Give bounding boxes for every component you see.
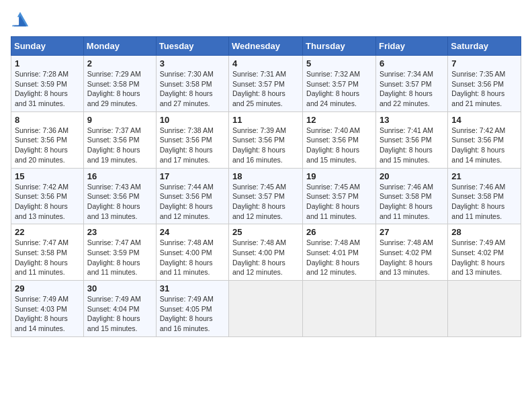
weekday-header-sunday: Sunday bbox=[11, 37, 84, 56]
calendar-cell: 5Sunrise: 7:32 AM Sunset: 3:57 PM Daylig… bbox=[303, 56, 376, 112]
calendar-cell: 9Sunrise: 7:37 AM Sunset: 3:56 PM Daylig… bbox=[83, 111, 156, 168]
weekday-header-wednesday: Wednesday bbox=[229, 37, 303, 56]
day-info: Sunrise: 7:44 AM Sunset: 3:56 PM Dayligh… bbox=[160, 182, 225, 222]
calendar-cell: 17Sunrise: 7:44 AM Sunset: 3:56 PM Dayli… bbox=[156, 168, 228, 224]
calendar-cell: 2Sunrise: 7:29 AM Sunset: 3:58 PM Daylig… bbox=[83, 56, 156, 112]
calendar-cell: 27Sunrise: 7:48 AM Sunset: 4:02 PM Dayli… bbox=[375, 224, 447, 281]
calendar-cell: 14Sunrise: 7:42 AM Sunset: 3:56 PM Dayli… bbox=[448, 111, 521, 168]
day-number: 13 bbox=[380, 115, 444, 125]
day-info: Sunrise: 7:43 AM Sunset: 3:56 PM Dayligh… bbox=[87, 182, 152, 222]
day-number: 8 bbox=[15, 115, 80, 125]
day-info: Sunrise: 7:46 AM Sunset: 3:58 PM Dayligh… bbox=[451, 182, 517, 222]
day-info: Sunrise: 7:49 AM Sunset: 4:04 PM Dayligh… bbox=[87, 294, 152, 334]
day-info: Sunrise: 7:30 AM Sunset: 3:58 PM Dayligh… bbox=[160, 69, 225, 109]
logo bbox=[11, 11, 32, 30]
calendar-cell: 21Sunrise: 7:46 AM Sunset: 3:58 PM Dayli… bbox=[448, 168, 521, 224]
calendar-cell: 30Sunrise: 7:49 AM Sunset: 4:04 PM Dayli… bbox=[83, 281, 156, 337]
day-number: 23 bbox=[87, 227, 152, 237]
day-number: 12 bbox=[306, 115, 372, 125]
calendar-cell: 3Sunrise: 7:30 AM Sunset: 3:58 PM Daylig… bbox=[156, 56, 228, 112]
day-info: Sunrise: 7:42 AM Sunset: 3:56 PM Dayligh… bbox=[15, 182, 80, 222]
weekday-header-friday: Friday bbox=[375, 37, 447, 56]
day-number: 31 bbox=[160, 283, 225, 293]
day-number: 24 bbox=[160, 227, 225, 237]
day-info: Sunrise: 7:37 AM Sunset: 3:56 PM Dayligh… bbox=[87, 126, 152, 165]
day-number: 4 bbox=[232, 58, 299, 68]
day-info: Sunrise: 7:38 AM Sunset: 3:56 PM Dayligh… bbox=[160, 126, 225, 165]
day-info: Sunrise: 7:45 AM Sunset: 3:57 PM Dayligh… bbox=[306, 182, 372, 222]
calendar-cell: 1Sunrise: 7:28 AM Sunset: 3:59 PM Daylig… bbox=[11, 56, 84, 112]
day-info: Sunrise: 7:48 AM Sunset: 4:00 PM Dayligh… bbox=[160, 238, 225, 277]
day-number: 18 bbox=[232, 171, 299, 181]
day-number: 10 bbox=[160, 115, 225, 125]
calendar-cell: 7Sunrise: 7:35 AM Sunset: 3:56 PM Daylig… bbox=[448, 56, 521, 112]
day-number: 28 bbox=[451, 227, 517, 237]
day-number: 21 bbox=[451, 171, 517, 181]
day-info: Sunrise: 7:48 AM Sunset: 4:01 PM Dayligh… bbox=[306, 238, 372, 277]
weekday-header-thursday: Thursday bbox=[303, 37, 376, 56]
day-number: 19 bbox=[306, 171, 372, 181]
calendar-cell: 11Sunrise: 7:39 AM Sunset: 3:56 PM Dayli… bbox=[229, 111, 303, 168]
calendar-cell: 28Sunrise: 7:49 AM Sunset: 4:02 PM Dayli… bbox=[448, 224, 521, 281]
day-number: 1 bbox=[15, 58, 80, 68]
day-info: Sunrise: 7:41 AM Sunset: 3:56 PM Dayligh… bbox=[380, 126, 444, 165]
day-number: 25 bbox=[232, 227, 299, 237]
calendar-cell: 23Sunrise: 7:47 AM Sunset: 3:59 PM Dayli… bbox=[83, 224, 156, 281]
day-info: Sunrise: 7:42 AM Sunset: 3:56 PM Dayligh… bbox=[451, 126, 517, 165]
day-number: 16 bbox=[87, 171, 152, 181]
calendar-cell: 4Sunrise: 7:31 AM Sunset: 3:57 PM Daylig… bbox=[229, 56, 303, 112]
day-number: 17 bbox=[160, 171, 225, 181]
day-number: 2 bbox=[87, 58, 152, 68]
day-number: 22 bbox=[15, 227, 80, 237]
weekday-header-saturday: Saturday bbox=[448, 37, 521, 56]
day-info: Sunrise: 7:29 AM Sunset: 3:58 PM Dayligh… bbox=[87, 69, 152, 109]
calendar-cell: 6Sunrise: 7:34 AM Sunset: 3:57 PM Daylig… bbox=[375, 56, 447, 112]
calendar-cell: 19Sunrise: 7:45 AM Sunset: 3:57 PM Dayli… bbox=[303, 168, 376, 224]
calendar-cell: 25Sunrise: 7:48 AM Sunset: 4:00 PM Dayli… bbox=[229, 224, 303, 281]
day-number: 15 bbox=[15, 171, 80, 181]
calendar-cell: 22Sunrise: 7:47 AM Sunset: 3:58 PM Dayli… bbox=[11, 224, 84, 281]
day-number: 5 bbox=[306, 58, 372, 68]
day-info: Sunrise: 7:45 AM Sunset: 3:57 PM Dayligh… bbox=[232, 182, 299, 222]
calendar-cell: 10Sunrise: 7:38 AM Sunset: 3:56 PM Dayli… bbox=[156, 111, 228, 168]
day-number: 20 bbox=[380, 171, 444, 181]
weekday-header-tuesday: Tuesday bbox=[156, 37, 228, 56]
calendar-cell: 20Sunrise: 7:46 AM Sunset: 3:58 PM Dayli… bbox=[375, 168, 447, 224]
calendar-cell bbox=[448, 281, 521, 337]
calendar-cell: 16Sunrise: 7:43 AM Sunset: 3:56 PM Dayli… bbox=[83, 168, 156, 224]
calendar-cell: 15Sunrise: 7:42 AM Sunset: 3:56 PM Dayli… bbox=[11, 168, 84, 224]
day-number: 9 bbox=[87, 115, 152, 125]
day-info: Sunrise: 7:49 AM Sunset: 4:02 PM Dayligh… bbox=[451, 238, 517, 277]
calendar-cell bbox=[303, 281, 376, 337]
day-info: Sunrise: 7:32 AM Sunset: 3:57 PM Dayligh… bbox=[306, 69, 372, 109]
day-info: Sunrise: 7:47 AM Sunset: 3:58 PM Dayligh… bbox=[15, 238, 80, 277]
day-info: Sunrise: 7:39 AM Sunset: 3:56 PM Dayligh… bbox=[232, 126, 299, 165]
calendar-cell: 13Sunrise: 7:41 AM Sunset: 3:56 PM Dayli… bbox=[375, 111, 447, 168]
calendar-cell: 8Sunrise: 7:36 AM Sunset: 3:56 PM Daylig… bbox=[11, 111, 84, 168]
day-info: Sunrise: 7:48 AM Sunset: 4:00 PM Dayligh… bbox=[232, 238, 299, 277]
day-info: Sunrise: 7:28 AM Sunset: 3:59 PM Dayligh… bbox=[15, 69, 80, 109]
day-info: Sunrise: 7:36 AM Sunset: 3:56 PM Dayligh… bbox=[15, 126, 80, 165]
day-info: Sunrise: 7:47 AM Sunset: 3:59 PM Dayligh… bbox=[87, 238, 152, 277]
calendar-cell: 18Sunrise: 7:45 AM Sunset: 3:57 PM Dayli… bbox=[229, 168, 303, 224]
day-info: Sunrise: 7:48 AM Sunset: 4:02 PM Dayligh… bbox=[380, 238, 444, 277]
day-info: Sunrise: 7:40 AM Sunset: 3:56 PM Dayligh… bbox=[306, 126, 372, 165]
day-info: Sunrise: 7:46 AM Sunset: 3:58 PM Dayligh… bbox=[380, 182, 444, 222]
weekday-header-monday: Monday bbox=[83, 37, 156, 56]
logo-icon bbox=[11, 11, 30, 30]
day-info: Sunrise: 7:49 AM Sunset: 4:05 PM Dayligh… bbox=[160, 294, 225, 334]
day-number: 14 bbox=[451, 115, 517, 125]
day-number: 29 bbox=[15, 283, 80, 293]
page-header bbox=[11, 11, 521, 30]
calendar-cell: 24Sunrise: 7:48 AM Sunset: 4:00 PM Dayli… bbox=[156, 224, 228, 281]
day-info: Sunrise: 7:34 AM Sunset: 3:57 PM Dayligh… bbox=[380, 69, 444, 109]
day-number: 7 bbox=[451, 58, 517, 68]
svg-rect-2 bbox=[13, 17, 19, 25]
day-info: Sunrise: 7:49 AM Sunset: 4:03 PM Dayligh… bbox=[15, 294, 80, 334]
day-number: 6 bbox=[380, 58, 444, 68]
day-number: 26 bbox=[306, 227, 372, 237]
calendar-cell: 26Sunrise: 7:48 AM Sunset: 4:01 PM Dayli… bbox=[303, 224, 376, 281]
calendar-cell bbox=[375, 281, 447, 337]
calendar-table: SundayMondayTuesdayWednesdayThursdayFrid… bbox=[11, 36, 521, 337]
calendar-cell bbox=[229, 281, 303, 337]
